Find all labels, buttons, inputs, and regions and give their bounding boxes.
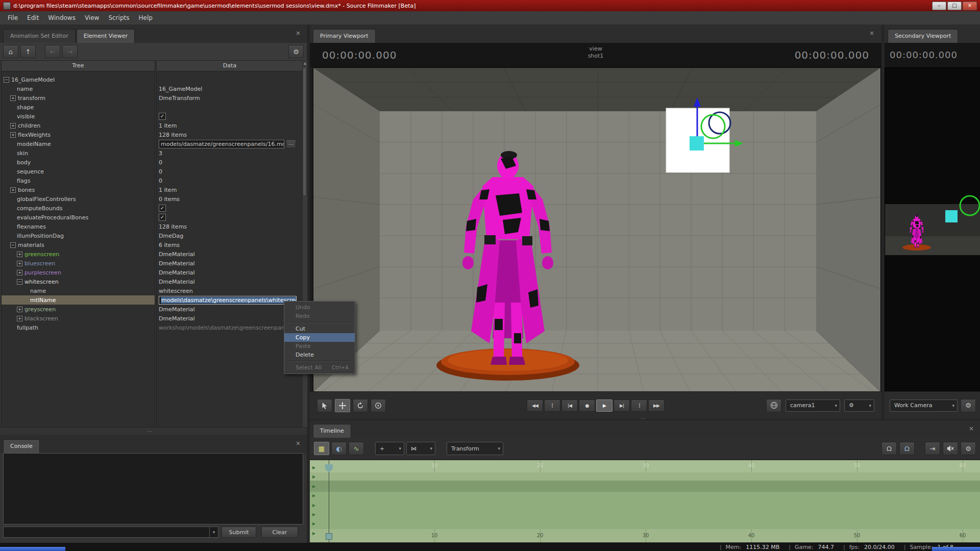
tree-row[interactable]: +blackscreen [2,314,155,323]
record-button[interactable]: ● [579,399,595,412]
work-camera-select[interactable]: Work Camera ▾ [890,399,958,412]
expand-toggle[interactable]: + [17,316,22,321]
tab-secondary-viewport[interactable]: Secondary Viewport [888,29,958,43]
frame-back-button[interactable]: |◀ [561,399,578,412]
scrollbar-thumb[interactable] [303,68,306,195]
tree-row[interactable]: +greenscreen [2,249,155,259]
collapse-toggle[interactable]: − [4,77,9,83]
tree-row[interactable]: modelName [2,139,155,148]
maximize-button[interactable]: □ [947,2,962,10]
gear-icon[interactable]: ⚙ [288,45,304,58]
tree-row[interactable]: evaluateProceduralBones [2,213,155,222]
tree-row[interactable]: mtlName [2,295,155,305]
track-arrow[interactable]: ▶ [312,503,315,508]
mute-button[interactable] [943,442,958,455]
chevron-down-icon[interactable]: ▾ [209,527,218,537]
tree-row[interactable]: sequence [2,167,155,176]
globe-icon[interactable] [766,399,781,412]
tree-row[interactable]: name [2,286,155,295]
gear-icon[interactable]: ⚙ [961,399,976,412]
close-icon[interactable]: × [296,30,301,36]
menu-item-help[interactable]: Help [134,12,157,23]
tree-row[interactable]: +greyscreen [2,305,155,314]
tree-row[interactable]: visible [2,112,155,121]
tree-row[interactable]: name [2,84,155,93]
close-button[interactable]: × [963,2,977,10]
skip-back-button[interactable]: ◀◀ [527,399,543,412]
track-arrow[interactable]: ▶ [312,484,315,489]
menu-item-scripts[interactable]: Scripts [104,12,134,23]
playhead-line[interactable] [329,460,329,542]
context-item-cut[interactable]: Cut [284,324,355,333]
context-item-delete[interactable]: Delete [284,350,355,359]
context-item-undo[interactable]: Undo [284,303,355,312]
minimize-button[interactable]: – [932,2,946,10]
context-item-copy[interactable]: Copy [284,333,355,342]
tab-timeline[interactable]: Timeline [313,424,351,438]
checkbox[interactable]: ✓ [159,214,166,221]
expand-toggle[interactable]: + [17,307,22,312]
viewport-settings[interactable]: ⚙ ▾ [844,399,874,412]
tree-row[interactable]: body [2,158,155,167]
tree-row[interactable]: +bones [2,185,155,194]
tree-row[interactable]: skin [2,148,155,158]
key-add-dropdown[interactable]: + ▾ [375,442,404,455]
interpolation-dropdown[interactable]: ⋈ ▾ [406,442,435,455]
tree-row[interactable]: +flexWeights [2,130,155,139]
transform-dropdown[interactable]: Transform ▾ [447,442,503,455]
tree-row[interactable]: +transform [2,93,155,103]
context-item-paste[interactable]: Paste [284,342,355,350]
play-button[interactable]: ▶ [596,399,612,412]
console-input[interactable]: ▾ [3,527,218,538]
play-to-end-button[interactable]: ⇥ [925,442,940,455]
forward-button[interactable]: → [62,45,78,58]
tree-row[interactable]: illumPositionDag [2,231,155,240]
expand-toggle[interactable]: + [10,187,16,193]
checkbox[interactable]: ✓ [159,205,166,212]
tree-row[interactable]: flags [2,176,155,185]
timeline-settings-button[interactable]: ⚙ [961,442,976,455]
expand-toggle[interactable]: + [10,123,16,129]
expand-toggle[interactable]: + [10,132,16,138]
tree-row[interactable]: shape [2,103,155,112]
dock-splitter[interactable]: ⋯ [147,429,153,434]
up-level-button[interactable]: ↑ [20,45,36,58]
modelname-field[interactable]: models/dasmatze/greenscreenpanels/16.mdl [159,140,284,148]
frame-forward-button[interactable]: ▶| [614,399,630,412]
orbit-tool-button[interactable] [371,399,386,412]
tab-element-viewer[interactable]: Element Viewer [77,29,135,43]
close-icon[interactable]: × [296,440,301,446]
track-arrow[interactable]: ▶ [312,531,315,536]
tree-row[interactable]: +children [2,121,155,130]
home-button[interactable]: ⌂ [3,45,18,58]
camera-select[interactable]: camera1 ▾ [786,399,840,412]
tree-row[interactable]: fullpath [2,323,155,332]
close-icon[interactable]: × [969,425,974,432]
context-item-select-all[interactable]: Select AllCtrl+A [284,363,355,372]
move-tool-button[interactable] [335,399,350,412]
tree-row[interactable]: computeBounds [2,204,155,213]
motion-editor-button[interactable]: ◐ [331,442,347,455]
viewport-3d-scene[interactable] [313,67,881,392]
clear-button[interactable]: Clear [261,527,298,538]
menu-item-windows[interactable]: Windows [43,12,80,23]
scroll-up-icon[interactable]: ▲ [303,61,307,65]
menu-item-edit[interactable]: Edit [22,12,43,23]
menu-item-view[interactable]: View [80,12,104,23]
clip-editor-button[interactable]: ▦ [314,442,329,455]
context-item-redo[interactable]: Redo [284,312,355,320]
tree-row[interactable]: globalFlexControllers [2,194,155,204]
tab-animation-set-editor[interactable]: Animation Set Editor [3,29,76,43]
graph-editor-button[interactable]: ∿ [349,442,364,455]
submit-button[interactable]: Submit [222,527,256,538]
tree-row[interactable]: +purplescreen [2,268,155,277]
secondary-3d-scene[interactable] [885,67,980,392]
rotate-tool-button[interactable] [353,399,368,412]
snap-magnet-button[interactable]: Ω [881,442,897,455]
tree-row[interactable]: −16_GameModel [2,75,155,84]
select-tool-button[interactable] [317,399,332,412]
checkbox[interactable]: ✓ [159,113,166,120]
menu-item-file[interactable]: File [3,12,22,23]
collapse-toggle[interactable]: − [10,242,16,248]
mtlname-field[interactable]: models\dasmatze\greenscreenpanels\whites… [159,296,297,305]
